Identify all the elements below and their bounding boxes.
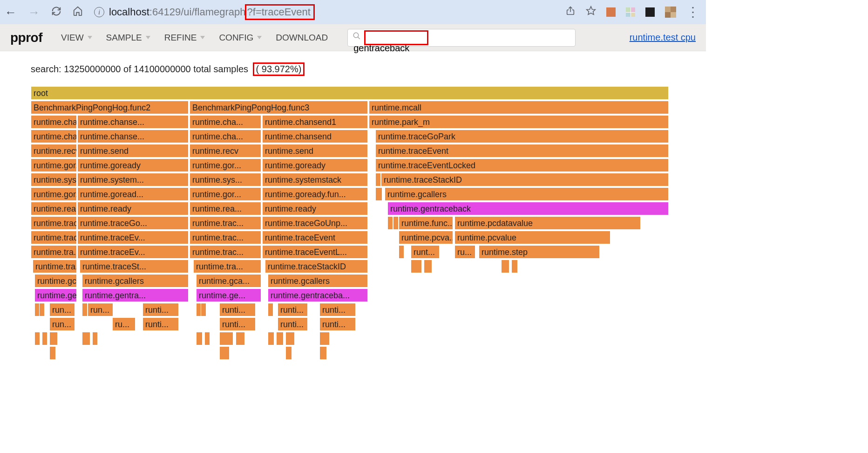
flame-cell[interactable]: runti... xyxy=(319,317,356,331)
flame-cell[interactable]: runtime.chanse... xyxy=(77,130,189,143)
menu-download[interactable]: DOWNLOAD xyxy=(276,33,328,43)
flame-cell[interactable] xyxy=(319,332,330,345)
flame-cell[interactable]: ru... xyxy=(112,317,136,331)
flame-cell[interactable]: runtime.cha... xyxy=(190,130,261,143)
home-button[interactable] xyxy=(73,6,83,18)
flame-cell[interactable]: runtime.chanse... xyxy=(77,115,189,129)
flame-cell[interactable] xyxy=(196,332,203,345)
search-input[interactable] xyxy=(353,42,570,54)
flame-cell[interactable]: runti... xyxy=(319,303,356,316)
flame-cell[interactable]: runtime.gentra... xyxy=(82,288,189,302)
flame-cell[interactable]: runtime.traceStackID xyxy=(381,173,669,186)
flame-cell[interactable]: runtime.goready xyxy=(77,158,189,172)
flame-cell[interactable]: runti... xyxy=(142,317,179,331)
flame-cell[interactable]: run... xyxy=(49,303,75,316)
flame-cell[interactable] xyxy=(375,173,381,186)
flame-cell[interactable]: runtime.sys... xyxy=(190,173,261,186)
flame-cell[interactable] xyxy=(393,216,399,230)
flame-cell[interactable]: BenchmarkPingPongHog.func3 xyxy=(190,101,368,114)
flame-cell[interactable]: runtime.gc... xyxy=(34,274,77,288)
flame-cell[interactable]: run... xyxy=(49,317,75,331)
flame-cell[interactable]: runtime.gcallers xyxy=(385,187,669,201)
flame-cell[interactable]: runtime.traceStackID xyxy=(265,260,368,273)
profile-avatar[interactable] xyxy=(665,7,676,18)
flame-cell[interactable]: runtime.gor... xyxy=(31,158,77,172)
flame-cell[interactable]: runtime.goready.fun... xyxy=(262,187,368,201)
flame-cell[interactable]: runtime.gca... xyxy=(196,274,261,288)
flame-cell[interactable]: runtime.traceEventL... xyxy=(262,245,368,259)
flame-cell[interactable] xyxy=(424,260,432,273)
flame-cell[interactable] xyxy=(511,260,518,273)
flame-cell[interactable]: runtime.system... xyxy=(77,173,189,186)
flame-cell[interactable]: runtime.traceSt... xyxy=(80,260,189,273)
flame-cell[interactable]: runtime.sys... xyxy=(31,173,77,186)
share-icon[interactable] xyxy=(565,6,576,19)
flame-cell[interactable]: runti... xyxy=(219,303,256,316)
flame-cell[interactable] xyxy=(375,187,382,201)
flame-cell[interactable]: runtime.traceGoPark xyxy=(375,130,669,143)
flame-cell[interactable] xyxy=(411,260,422,273)
flame-cell[interactable] xyxy=(92,332,98,345)
flame-cell[interactable]: runtime.traceEv... xyxy=(77,245,189,259)
search-box[interactable] xyxy=(347,29,576,47)
flame-cell[interactable]: runtime.trac... xyxy=(190,216,261,230)
flame-cell[interactable] xyxy=(319,346,327,360)
flame-cell[interactable] xyxy=(82,332,90,345)
flame-cell[interactable] xyxy=(82,303,88,316)
flame-cell[interactable] xyxy=(49,332,58,345)
menu-view[interactable]: VIEW xyxy=(61,33,92,43)
flame-cell[interactable]: runtime.send xyxy=(262,144,368,158)
flame-cell[interactable]: runtime.goready xyxy=(262,158,368,172)
forward-button[interactable]: → xyxy=(28,6,40,18)
flame-cell[interactable]: runtime.park_m xyxy=(369,115,669,129)
flame-cell[interactable]: runtime.trac... xyxy=(190,245,261,259)
flame-cell[interactable]: runtime.gentraceba... xyxy=(268,288,368,302)
flame-cell[interactable]: runtime.gcallers xyxy=(82,274,189,288)
flame-cell[interactable]: runtime.gor... xyxy=(31,187,77,201)
flame-cell[interactable]: runtime.func... xyxy=(399,216,453,230)
flame-cell[interactable]: runtime.tra... xyxy=(33,260,77,273)
flame-cell[interactable]: runtime.traceGoUnp... xyxy=(262,216,368,230)
flame-cell[interactable]: runtime.gcallers xyxy=(268,274,368,288)
flame-cell[interactable]: runtime.tra... xyxy=(31,245,77,259)
flame-cell[interactable]: runtime.traceEventLocked xyxy=(375,158,669,172)
flame-cell[interactable] xyxy=(34,332,40,345)
flame-cell[interactable]: runtime.goread... xyxy=(77,187,189,201)
flame-cell[interactable] xyxy=(268,332,274,345)
flamegraph[interactable]: rootBenchmarkPingPongHog.func2BenchmarkP… xyxy=(31,86,675,360)
flame-cell[interactable]: runtime.recv xyxy=(190,144,261,158)
flame-cell[interactable]: runtime.pcva... xyxy=(399,231,453,244)
menu-config[interactable]: CONFIG xyxy=(219,33,262,43)
flame-cell[interactable]: runtime.cha... xyxy=(31,130,77,143)
flame-cell[interactable] xyxy=(285,346,292,360)
flame-cell[interactable]: runtime.rea... xyxy=(190,202,261,215)
profile-link[interactable]: runtime.test cpu xyxy=(630,32,696,43)
flame-cell[interactable] xyxy=(219,346,230,360)
flame-cell[interactable]: runtime.trac... xyxy=(31,216,77,230)
menu-refine[interactable]: REFINE xyxy=(164,33,205,43)
flame-cell[interactable]: runtime.traceEvent xyxy=(262,231,368,244)
flame-cell[interactable]: runtime.ge... xyxy=(196,288,261,302)
flame-cell[interactable] xyxy=(285,332,295,345)
flame-cell[interactable]: runtime.cha... xyxy=(31,115,77,129)
reload-button[interactable] xyxy=(51,6,61,18)
flame-cell[interactable] xyxy=(201,303,206,316)
flame-cell[interactable]: runti... xyxy=(142,303,179,316)
flame-cell[interactable] xyxy=(204,332,210,345)
flame-cell[interactable]: runtime.step xyxy=(479,245,600,259)
flame-cell[interactable]: runtime.cha... xyxy=(190,115,261,129)
flame-cell[interactable]: runtime.rea... xyxy=(31,202,77,215)
flame-cell[interactable] xyxy=(399,245,404,259)
flame-cell[interactable] xyxy=(42,332,47,345)
flame-cell[interactable]: runtime.trac... xyxy=(190,231,261,244)
flame-cell[interactable]: runtime.chansend xyxy=(262,130,368,143)
flame-cell[interactable]: runt... xyxy=(411,245,440,259)
flame-cell[interactable] xyxy=(49,346,56,360)
flame-cell[interactable] xyxy=(276,332,284,345)
flame-cell[interactable]: runtime.systemstack xyxy=(262,173,368,186)
extension-icon-2[interactable] xyxy=(626,7,635,17)
back-button[interactable]: ← xyxy=(5,6,17,18)
flame-cell[interactable]: root xyxy=(31,86,669,100)
menu-sample[interactable]: SAMPLE xyxy=(106,33,150,43)
flame-cell[interactable] xyxy=(387,216,393,230)
